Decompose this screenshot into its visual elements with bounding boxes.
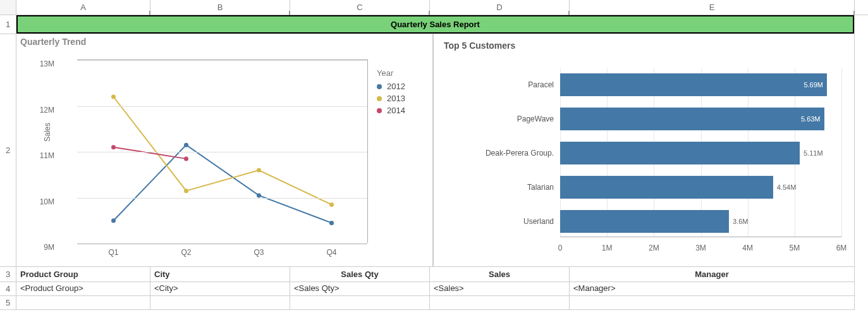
cell-b4[interactable]: <City> xyxy=(150,282,290,296)
col-header-b[interactable]: B xyxy=(150,0,290,15)
bxtick: 4M xyxy=(742,244,753,252)
header-city: City xyxy=(150,267,290,282)
series-2012-pt xyxy=(257,193,261,197)
bar-category: Paracel xyxy=(528,80,560,89)
legend-item-2013[interactable]: 2013 xyxy=(377,94,405,103)
col-header-a[interactable]: A xyxy=(16,0,150,15)
row-header-5[interactable]: 5 xyxy=(0,296,16,310)
bxtick: 3M xyxy=(695,244,706,252)
bar[interactable] xyxy=(560,142,800,164)
bar[interactable]: 5.69M xyxy=(560,73,827,96)
legend-label: 2013 xyxy=(387,94,405,103)
bar-row: Paracel 5.69M xyxy=(560,73,841,96)
bar-category: Userland xyxy=(523,217,560,226)
cell-c3[interactable]: Sales Qty xyxy=(290,267,430,282)
bar-value: 5.11M xyxy=(804,149,823,157)
col-header-c[interactable]: C xyxy=(290,0,430,15)
chart-title-trend: Quarterly Trend xyxy=(20,37,432,47)
bar-category: Talarian xyxy=(527,183,560,192)
bar-plot-area: 0 1M 2M 3M 4M 5M 6M Paracel 5.69M xyxy=(560,68,841,237)
top-customers-chart[interactable]: Top 5 Customers 0 1M 2M xyxy=(434,34,854,266)
bar-value: 3.6M xyxy=(733,218,748,225)
cell-b5[interactable] xyxy=(150,296,290,310)
row-header-2[interactable]: 2 xyxy=(0,34,16,267)
ytick: 10M xyxy=(35,197,54,206)
bar-value: 4.54M xyxy=(777,183,797,191)
bxtick: 5M xyxy=(789,244,800,252)
legend-dot-icon xyxy=(377,96,382,101)
legend-label: 2014 xyxy=(387,106,405,115)
col-header-d[interactable]: D xyxy=(430,0,570,15)
bar-category: PageWave xyxy=(517,115,560,123)
ytick: 12M xyxy=(35,106,54,115)
series-2012-pt xyxy=(329,221,334,225)
bar-row: Talarian 4.54M xyxy=(560,176,841,199)
series-2013-pt xyxy=(111,95,116,99)
series-2014-pt xyxy=(111,145,116,149)
series-2014-pt xyxy=(184,156,188,161)
cell-a4[interactable]: <Product Group> xyxy=(16,282,150,296)
cell-a5[interactable] xyxy=(16,296,150,310)
cell-c5[interactable] xyxy=(290,296,430,310)
header-manager: Manager xyxy=(570,267,854,282)
bar[interactable] xyxy=(560,210,729,233)
series-2013-pt xyxy=(257,168,261,173)
series-2013-line xyxy=(114,97,332,204)
quarterly-trend-chart[interactable]: Quarterly Trend Sales 9M 10M 11M 12M 13M xyxy=(16,34,434,266)
bar-category: Deak-Perera Group. xyxy=(486,149,560,158)
bar-value: 5.63M xyxy=(801,115,821,123)
cell-d4[interactable]: <Sales> xyxy=(430,282,570,296)
bar-row: PageWave 5.63M xyxy=(560,108,841,130)
cell-e4[interactable]: <Manager> xyxy=(570,282,855,296)
legend-item-2012[interactable]: 2012 xyxy=(377,82,405,91)
bar[interactable]: 5.63M xyxy=(560,108,824,130)
cell-d3[interactable]: Sales xyxy=(430,267,570,282)
header-sales-qty: Sales Qty xyxy=(290,267,429,282)
series-2012-pt xyxy=(184,143,188,147)
report-title: Quarterly Sales Report xyxy=(391,20,480,29)
line-plot-area: Q1 Q2 Q3 Q4 xyxy=(77,59,368,243)
row-header-1[interactable]: 1 xyxy=(0,15,16,34)
charts-holder: Quarterly Trend Sales 9M 10M 11M 12M 13M xyxy=(16,34,854,266)
row-header-4[interactable]: 4 xyxy=(0,282,16,296)
legend: Year 2012 2013 2014 xyxy=(377,68,405,118)
cell-a1-e1[interactable]: Quarterly Sales Report xyxy=(16,15,855,34)
bxtick: 1M xyxy=(602,244,613,252)
xtick: Q1 xyxy=(108,248,118,257)
header-sales: Sales xyxy=(430,267,569,282)
cell-charts[interactable]: Quarterly Trend Sales 9M 10M 11M 12M 13M xyxy=(16,34,855,267)
row-1: 1 Quarterly Sales Report xyxy=(0,15,868,34)
cell-d5[interactable] xyxy=(430,296,570,310)
cell-c4[interactable]: <Sales Qty> xyxy=(290,282,430,296)
column-headers: A B C D E xyxy=(0,0,868,15)
cell-e3[interactable]: Manager xyxy=(570,267,855,282)
series-2012-line xyxy=(114,145,332,223)
bar-row: Deak-Perera Group. 5.11M xyxy=(560,142,841,164)
y-axis-label: Sales xyxy=(43,123,52,142)
bxtick: 2M xyxy=(649,244,659,252)
bar[interactable] xyxy=(560,176,773,199)
placeholder-sales-qty: <Sales Qty> xyxy=(290,282,429,294)
xtick: Q3 xyxy=(254,248,264,257)
xtick: Q4 xyxy=(326,248,336,257)
legend-item-2014[interactable]: 2014 xyxy=(377,106,405,115)
spreadsheet-sheet: A B C D E 1 Quarterly Sales Report 2 Qua… xyxy=(0,0,868,322)
placeholder-city: <City> xyxy=(150,282,290,294)
row-4: 4 <Product Group> <City> <Sales Qty> <Sa… xyxy=(0,282,868,296)
legend-label: 2012 xyxy=(387,82,405,91)
ytick: 11M xyxy=(35,151,54,160)
col-header-e[interactable]: E xyxy=(570,0,855,15)
report-title-bar: Quarterly Sales Report xyxy=(16,15,854,34)
bar-value: 5.69M xyxy=(804,81,823,89)
cell-b3[interactable]: City xyxy=(150,267,290,282)
row-3: 3 Product Group City Sales Qty Sales Man… xyxy=(0,267,868,282)
legend-dot-icon xyxy=(377,108,382,113)
row-header-3[interactable]: 3 xyxy=(0,267,16,282)
cell-a3[interactable]: Product Group xyxy=(16,267,150,282)
series-2012-pt xyxy=(111,218,116,223)
series-2013-pt xyxy=(329,202,334,207)
corner-cell xyxy=(0,0,16,15)
xtick: Q2 xyxy=(181,248,191,257)
placeholder-sales: <Sales> xyxy=(430,282,569,294)
cell-e5[interactable] xyxy=(570,296,855,310)
